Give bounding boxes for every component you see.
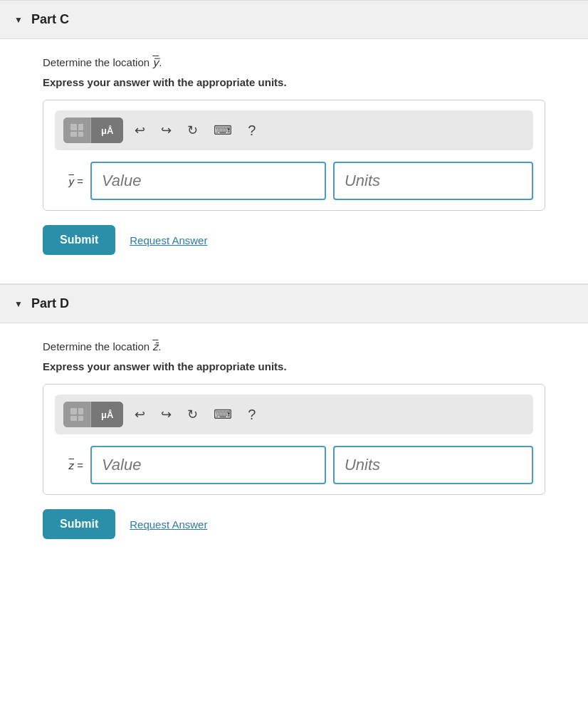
part-c-value-input[interactable] bbox=[90, 162, 326, 200]
grid-icon bbox=[69, 122, 85, 138]
part-d-problem-text: Determine the location z̄. bbox=[43, 340, 545, 353]
part-c-toolbar: μÅ ↩ ↪ ↻ ⌨ ? bbox=[55, 110, 533, 150]
part-c-chevron[interactable]: ▼ bbox=[14, 15, 23, 25]
svg-rect-5 bbox=[78, 408, 83, 414]
part-d-request-btn[interactable]: Request Answer bbox=[130, 518, 207, 531]
part-c-grid-icon-a[interactable] bbox=[63, 118, 90, 143]
part-d-instruction: Express your answer with the appropriate… bbox=[43, 360, 545, 372]
svg-rect-0 bbox=[70, 124, 77, 130]
part-c-units-input[interactable] bbox=[333, 162, 533, 200]
part-d-units-btn[interactable]: μÅ bbox=[91, 402, 123, 427]
part-d-title: Part D bbox=[31, 296, 69, 311]
part-c-units-btn[interactable]: μÅ bbox=[91, 118, 123, 143]
part-c-section: ▼ Part C Determine the location y̅. Expr… bbox=[0, 0, 588, 283]
part-d-content: Determine the location z̄. Express your … bbox=[0, 323, 588, 568]
svg-rect-4 bbox=[70, 408, 77, 414]
part-c-refresh-btn[interactable]: ↻ bbox=[183, 121, 202, 140]
part-c-action-row: Submit Request Answer bbox=[43, 225, 545, 262]
grid-icon-d bbox=[69, 407, 85, 422]
part-c-keyboard-btn[interactable]: ⌨ bbox=[209, 121, 236, 140]
part-d-value-input[interactable] bbox=[90, 446, 326, 484]
part-c-content: Determine the location y̅. Express your … bbox=[0, 39, 588, 283]
part-c-submit-btn[interactable]: Submit bbox=[43, 225, 115, 255]
part-c-undo-btn[interactable]: ↩ bbox=[130, 121, 149, 140]
part-c-title: Part C bbox=[31, 12, 69, 27]
part-d-answer-box: μÅ ↩ ↪ ↻ ⌨ ? z = bbox=[43, 384, 545, 495]
part-d-grid-icon-a[interactable] bbox=[63, 402, 90, 427]
part-c-problem-text: Determine the location y̅. bbox=[43, 56, 545, 69]
part-d-help-btn[interactable]: ? bbox=[243, 405, 260, 424]
part-c-variable-label: y = bbox=[55, 175, 83, 187]
part-d-variable-label: z = bbox=[55, 459, 83, 471]
part-d-grid-btn[interactable]: μÅ bbox=[63, 402, 123, 427]
part-c-grid-btn[interactable]: μÅ bbox=[63, 118, 123, 143]
part-d-undo-btn[interactable]: ↩ bbox=[130, 405, 149, 424]
part-c-header: ▼ Part C bbox=[0, 0, 588, 39]
part-d-chevron[interactable]: ▼ bbox=[14, 299, 23, 309]
part-c-instruction: Express your answer with the appropriate… bbox=[43, 76, 545, 88]
svg-rect-2 bbox=[70, 132, 77, 137]
svg-rect-7 bbox=[78, 416, 83, 421]
part-c-input-row: y = bbox=[55, 162, 533, 200]
part-d-units-input[interactable] bbox=[333, 446, 533, 484]
svg-rect-1 bbox=[78, 124, 83, 130]
svg-rect-6 bbox=[70, 416, 77, 421]
part-d-refresh-btn[interactable]: ↻ bbox=[183, 405, 202, 424]
part-d-redo-btn[interactable]: ↪ bbox=[157, 405, 176, 424]
part-c-request-btn[interactable]: Request Answer bbox=[130, 234, 207, 246]
part-c-redo-btn[interactable]: ↪ bbox=[157, 121, 176, 140]
part-d-header: ▼ Part D bbox=[0, 284, 588, 323]
svg-rect-3 bbox=[78, 132, 83, 137]
part-c-answer-box: μÅ ↩ ↪ ↻ ⌨ ? y = bbox=[43, 100, 545, 211]
part-c-variable: y̅ bbox=[152, 56, 159, 68]
part-d-input-row: z = bbox=[55, 446, 533, 484]
part-c-help-btn[interactable]: ? bbox=[243, 121, 260, 140]
part-d-submit-btn[interactable]: Submit bbox=[43, 509, 115, 539]
part-d-section: ▼ Part D Determine the location z̄. Expr… bbox=[0, 284, 588, 568]
part-d-action-row: Submit Request Answer bbox=[43, 509, 545, 546]
part-d-keyboard-btn[interactable]: ⌨ bbox=[209, 405, 236, 424]
part-d-toolbar: μÅ ↩ ↪ ↻ ⌨ ? bbox=[55, 395, 533, 434]
